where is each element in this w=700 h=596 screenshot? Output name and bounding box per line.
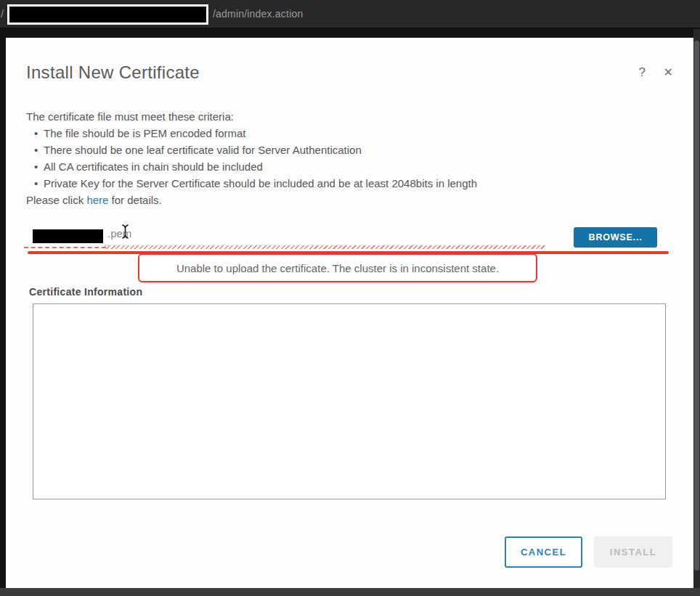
- criteria-item-text: All CA certificates in chain should be i…: [44, 160, 263, 173]
- browser-address-bar[interactable]: / /admin/index.action: [0, 0, 700, 29]
- spellcheck-wavy-underline: [105, 245, 545, 249]
- page-title: Install New Certificate: [26, 62, 200, 83]
- details-prefix: Please click: [26, 194, 86, 206]
- bottom-taskbar-strip: [0, 588, 700, 596]
- url-redacted-box: [7, 4, 208, 25]
- error-tooltip: Unable to upload the certificate. The cl…: [138, 253, 537, 282]
- install-button[interactable]: INSTALL: [594, 536, 672, 568]
- details-line: Please click here for details.: [26, 192, 665, 208]
- bullet-marker: •: [34, 158, 44, 175]
- criteria-item-text: The file should be is PEM encoded format: [44, 127, 245, 139]
- scrollbar-track[interactable]: [693, 29, 700, 596]
- bullet-marker: •: [34, 175, 44, 192]
- cancel-button[interactable]: CANCEL: [505, 536, 582, 568]
- url-path-text: /admin/index.action: [213, 8, 303, 20]
- criteria-item: •Private Key for the Server Certificate …: [26, 175, 665, 192]
- criteria-intro: The certificate file must meet these cri…: [26, 108, 665, 125]
- filename-redacted-box: [33, 229, 103, 243]
- criteria-item: •All CA certificates in chain should be …: [26, 158, 665, 175]
- criteria-item-text: Private Key for the Server Certificate s…: [44, 177, 477, 189]
- criteria-item-text: There should be one leaf certificate val…: [44, 144, 362, 156]
- browse-button[interactable]: BROWSE...: [574, 227, 657, 248]
- criteria-item: •The file should be is PEM encoded forma…: [26, 125, 665, 142]
- bullet-marker: •: [34, 142, 44, 158]
- install-certificate-dialog: Install New Certificate ? ✕ The certific…: [6, 38, 693, 588]
- text-cursor-icon: [121, 224, 130, 242]
- details-link[interactable]: here: [86, 194, 108, 206]
- criteria-item: •There should be one leaf certificate va…: [26, 142, 665, 158]
- scrollbar-thumb[interactable]: [694, 41, 699, 571]
- spellcheck-dashed-underline: [24, 247, 106, 248]
- url-scheme-fragment: /: [1, 7, 4, 20]
- close-icon[interactable]: ✕: [664, 65, 673, 79]
- details-suffix: for details.: [108, 194, 161, 206]
- help-icon[interactable]: ?: [639, 65, 646, 80]
- certificate-info-label: Certificate Information: [29, 286, 142, 298]
- certificate-info-box[interactable]: [33, 303, 666, 499]
- criteria-section: The certificate file must meet these cri…: [26, 108, 665, 208]
- bullet-marker: •: [34, 125, 44, 142]
- criteria-list: •The file should be is PEM encoded forma…: [26, 125, 665, 192]
